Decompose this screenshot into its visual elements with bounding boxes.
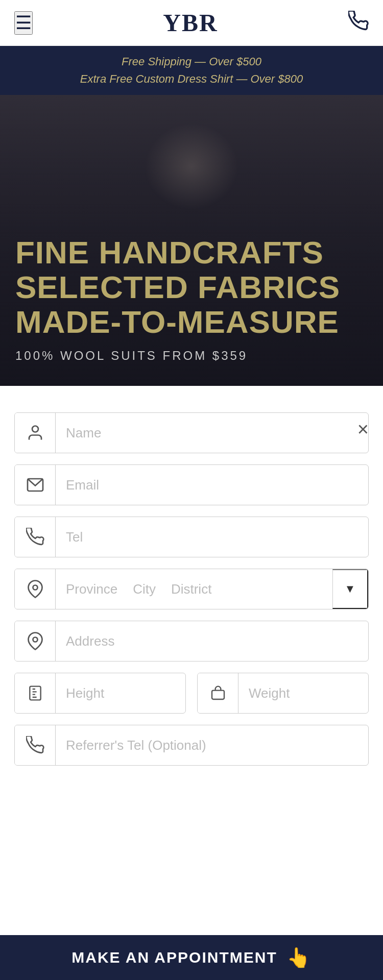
svg-rect-9 <box>212 691 224 699</box>
address-field-row <box>14 621 369 662</box>
name-icon <box>15 413 56 453</box>
hero-title-line1: FINE HANDCRAFTS <box>15 235 368 270</box>
svg-point-3 <box>33 638 37 642</box>
address-input[interactable] <box>56 621 368 661</box>
form-fields: Province City District ▼ <box>14 412 369 766</box>
email-input[interactable] <box>56 465 368 505</box>
referrer-icon <box>15 725 56 765</box>
weight-input[interactable] <box>238 673 369 713</box>
hamburger-button[interactable]: ☰ <box>14 11 33 35</box>
city-placeholder: City <box>133 581 156 597</box>
hero-title-line2: SELECTED FABRICS <box>15 270 368 305</box>
form-overlay: × <box>0 412 383 786</box>
email-field-row <box>14 464 369 505</box>
promo-banner: Free Shipping — Over $500 Extra Free Cus… <box>0 46 383 95</box>
weight-icon <box>198 673 238 713</box>
district-placeholder: District <box>171 581 211 597</box>
cta-hand-icon: 👆 <box>286 946 312 969</box>
tel-icon <box>15 517 56 557</box>
province-placeholder: Province <box>66 581 117 597</box>
height-icon <box>15 673 56 713</box>
name-field-row <box>14 412 369 453</box>
height-weight-row <box>14 673 369 714</box>
tel-input[interactable] <box>56 517 368 557</box>
location-dropdown-button[interactable]: ▼ <box>332 569 368 609</box>
banner-line2: Extra Free Custom Dress Shirt — Over $80… <box>5 70 378 88</box>
svg-point-2 <box>33 585 37 590</box>
hero-section: FINE HANDCRAFTS SELECTED FABRICS MADE-TO… <box>0 95 383 386</box>
email-icon <box>15 465 56 505</box>
height-field-row <box>14 673 186 714</box>
tel-field-row <box>14 517 369 557</box>
referrer-input[interactable] <box>56 725 368 765</box>
hero-content: FINE HANDCRAFTS SELECTED FABRICS MADE-TO… <box>0 235 383 386</box>
location-icon <box>15 569 56 609</box>
hero-subtitle: 100% WOOL SUITS FROM $359 <box>15 349 368 363</box>
address-icon <box>15 621 56 661</box>
svg-point-0 <box>32 426 38 432</box>
close-button[interactable]: × <box>357 420 369 439</box>
weight-field-row <box>197 673 369 714</box>
cta-label: MAKE AN APPOINTMENT <box>71 949 277 966</box>
location-placeholders: Province City District <box>56 569 332 609</box>
banner-line1: Free Shipping — Over $500 <box>5 53 378 70</box>
location-field-row: Province City District ▼ <box>14 569 369 609</box>
svg-rect-4 <box>30 687 40 700</box>
hero-title-line3: MADE-TO-MEASURE <box>15 305 368 339</box>
height-input[interactable] <box>56 673 186 713</box>
name-input[interactable] <box>56 413 368 453</box>
cta-bar[interactable]: MAKE AN APPOINTMENT 👆 <box>0 935 383 980</box>
logo: YBR <box>163 9 218 37</box>
hero-title: FINE HANDCRAFTS SELECTED FABRICS MADE-TO… <box>15 235 368 340</box>
header-phone-icon[interactable] <box>348 11 369 35</box>
referrer-field-row <box>14 725 369 766</box>
header: ☰ YBR <box>0 0 383 46</box>
